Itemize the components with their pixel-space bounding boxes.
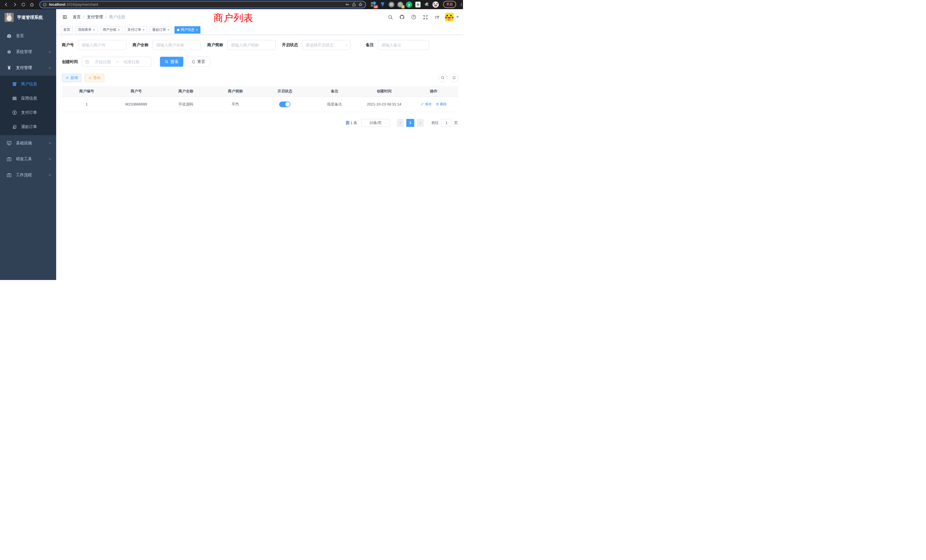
- sidebar-item-label: 退款订单: [21, 124, 37, 129]
- short-name-input[interactable]: [227, 40, 276, 50]
- refresh-button[interactable]: [450, 74, 458, 82]
- filter-label: 开启状态: [282, 42, 298, 48]
- sidebar-item-merchant-info[interactable]: 商户信息: [0, 77, 56, 91]
- filter-remark: 备注: [366, 40, 429, 50]
- sidebar-item-system[interactable]: 系统管理: [0, 44, 56, 60]
- status-toggle[interactable]: [279, 101, 291, 107]
- extension-vue-devtools-icon[interactable]: 10: [371, 2, 377, 8]
- close-icon[interactable]: ×: [196, 28, 198, 32]
- sidebar-item-label: 支付订单: [21, 110, 37, 115]
- page-unit-label: 页: [454, 120, 458, 126]
- search-button[interactable]: 搜索: [160, 57, 183, 67]
- add-button[interactable]: 新增: [62, 74, 82, 82]
- sidebar-item-pay-order[interactable]: 支付订单: [0, 106, 56, 120]
- sidebar-item-refund-order[interactable]: 退款订单: [0, 120, 56, 134]
- browser-menu-icon[interactable]: ⋮: [459, 2, 463, 7]
- close-icon[interactable]: ×: [93, 28, 95, 32]
- reset-button[interactable]: 重置: [187, 57, 210, 67]
- next-page-button[interactable]: [417, 119, 424, 127]
- password-key-icon[interactable]: [345, 2, 350, 6]
- delete-link[interactable]: 删除: [436, 102, 447, 107]
- start-date-input[interactable]: [91, 60, 115, 64]
- annotation-title: 商户列表: [213, 11, 253, 24]
- github-icon[interactable]: [398, 14, 406, 21]
- help-icon[interactable]: [410, 14, 418, 21]
- extension-badge: 1: [401, 5, 404, 9]
- extension-sheets-icon[interactable]: ▦: [415, 2, 421, 8]
- chevron-down-icon: [48, 157, 51, 161]
- font-size-icon[interactable]: TT: [433, 14, 441, 21]
- search-icon[interactable]: [387, 14, 394, 21]
- page-info-icon[interactable]: [43, 3, 47, 6]
- profile-avatar-icon[interactable]: [433, 2, 439, 8]
- date-range-picker[interactable]: -: [82, 57, 151, 67]
- tab-pay-order[interactable]: 支付订单×: [125, 26, 147, 34]
- edit-link[interactable]: 修改: [421, 102, 432, 107]
- extensions-puzzle-icon[interactable]: [424, 2, 430, 8]
- sidebar-item-label: 基础设施: [16, 141, 48, 146]
- avatar-caret-icon[interactable]: [456, 16, 459, 18]
- extension-kite-icon[interactable]: [380, 2, 386, 8]
- browser-back-button[interactable]: [3, 1, 10, 8]
- full-name-input[interactable]: [153, 40, 201, 50]
- close-icon[interactable]: ×: [118, 28, 120, 32]
- address-bar[interactable]: localhost:1024/pay/merchant: [39, 1, 366, 8]
- browser-reload-button[interactable]: [20, 1, 27, 8]
- tab-refund-order[interactable]: 退款订单×: [150, 26, 172, 34]
- end-date-input[interactable]: [120, 60, 144, 64]
- close-icon[interactable]: ×: [142, 28, 145, 32]
- fullscreen-icon[interactable]: [422, 14, 429, 21]
- page-size-select[interactable]: 10条/页: [361, 119, 390, 127]
- filter-label: 商户简称: [207, 42, 223, 48]
- sidebar-item-infra[interactable]: 基础设施: [0, 135, 56, 151]
- sidebar-fold-icon[interactable]: [61, 13, 69, 21]
- filter-label: 创建时间: [62, 59, 78, 64]
- browser-forward-button[interactable]: [11, 1, 18, 8]
- dashboard-icon: [6, 33, 12, 38]
- sidebar-item-app-info[interactable]: 应用信息: [0, 91, 56, 106]
- sidebar-item-devtools[interactable]: 研发工具: [0, 151, 56, 167]
- gear-icon: [6, 49, 12, 54]
- bookmark-star-icon[interactable]: [359, 2, 363, 6]
- tab-user-group[interactable]: 用户分组×: [100, 26, 122, 34]
- tab-home[interactable]: 首页: [61, 26, 73, 34]
- pay-submenu: 商户信息 应用信息 支付订单: [0, 76, 56, 135]
- page-number-1[interactable]: 1: [406, 119, 414, 127]
- date-separator: -: [117, 60, 118, 64]
- merchant-no-input[interactable]: [78, 40, 126, 50]
- extension-y-icon[interactable]: y: [406, 2, 412, 8]
- prev-page-button[interactable]: [397, 119, 404, 127]
- user-avatar[interactable]: [445, 13, 454, 21]
- export-button[interactable]: 导出: [85, 74, 104, 82]
- sidebar-item-home[interactable]: 首页: [0, 28, 56, 44]
- col-remark: 备注: [310, 86, 359, 97]
- remark-input[interactable]: [378, 40, 429, 50]
- share-icon[interactable]: [352, 2, 356, 6]
- status-select[interactable]: [302, 40, 350, 50]
- sidebar-item-pay[interactable]: ¥ 支付管理: [0, 60, 56, 76]
- briefcase-icon: [6, 173, 12, 178]
- close-icon[interactable]: ×: [167, 28, 169, 32]
- table-mini-tools: [439, 74, 458, 82]
- sidebar-menu: 首页 系统管理 ¥ 支付管理: [0, 26, 56, 183]
- col-short-name: 商户简称: [211, 86, 260, 97]
- breadcrumb-home[interactable]: 首页: [73, 15, 81, 20]
- filter-label: 商户全称: [133, 42, 148, 48]
- browser-chrome: localhost:1024/pay/merchant 10 ⌘ 1 y ▦ 更…: [0, 0, 463, 9]
- browser-home-button[interactable]: [29, 1, 35, 8]
- goto-page-input[interactable]: [441, 119, 452, 127]
- chrome-update-button[interactable]: 更新: [443, 1, 456, 8]
- filter-status: 开启状态: [282, 40, 350, 50]
- sidebar-item-workflow[interactable]: 工作流程: [0, 167, 56, 183]
- chevron-up-icon: [48, 66, 51, 70]
- tab-process-form[interactable]: 流程表单×: [75, 26, 97, 34]
- extension-proxy-icon[interactable]: 1: [397, 2, 403, 8]
- toggle-search-button[interactable]: [439, 74, 447, 82]
- extension-command-icon[interactable]: ⌘: [388, 2, 395, 8]
- table-header-row: 商户编号 商户号 商户全称 商户简称 开启状态 备注 创建时间 操作: [62, 86, 458, 97]
- active-dot: [177, 29, 179, 31]
- app-logo-row[interactable]: 芋道管理系统: [0, 9, 56, 26]
- breadcrumb-pay[interactable]: 支付管理: [87, 15, 103, 20]
- col-merchant-id: 商户号: [112, 86, 161, 97]
- tab-merchant-info[interactable]: 商户信息×: [174, 26, 200, 34]
